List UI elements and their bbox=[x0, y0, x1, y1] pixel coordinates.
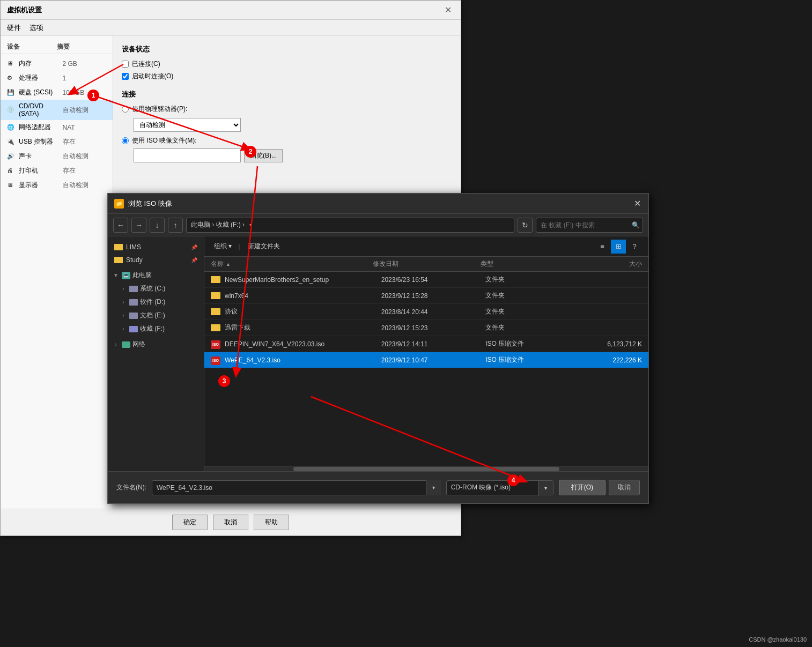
connect-on-start-checkbox[interactable] bbox=[122, 73, 129, 80]
open-button[interactable]: 打开(O) bbox=[559, 480, 606, 495]
help-button[interactable]: 帮助 bbox=[254, 515, 289, 530]
sidebar-item-study[interactable]: Study 📌 bbox=[108, 254, 204, 266]
nav-back-button[interactable]: ← bbox=[113, 218, 128, 233]
device-col-name: 设备 bbox=[7, 42, 57, 51]
hdd-icon: 💾 bbox=[7, 89, 17, 96]
col-header-date: 修改日期 bbox=[373, 259, 481, 269]
file-row-protocol[interactable]: 协议 2023/8/14 20:44 文件夹 bbox=[204, 304, 648, 320]
auto-detect-select[interactable]: 自动检测 bbox=[134, 118, 241, 132]
physical-drive-radio[interactable] bbox=[122, 106, 129, 113]
view-buttons: ≡ ⊞ ? bbox=[595, 240, 642, 254]
device-item-audio[interactable]: 🔊 声卡 自动检测 bbox=[1, 149, 113, 163]
connected-label: 已连接(C) bbox=[132, 60, 160, 69]
study-pin-icon: 📌 bbox=[191, 257, 197, 263]
wepe-iso-icon: ISO bbox=[211, 356, 220, 364]
device-name-cpu: 处理器 bbox=[19, 73, 63, 83]
sidebar-drive-f[interactable]: › 收藏 (F:) bbox=[115, 322, 204, 336]
nav-forward-button[interactable]: → bbox=[131, 218, 146, 233]
browse-button[interactable]: 浏览(B)... bbox=[244, 149, 283, 162]
protocol-type: 文件夹 bbox=[485, 307, 590, 316]
connected-checkbox-row: 已连接(C) bbox=[122, 60, 452, 69]
device-summary-display: 自动检测 bbox=[63, 181, 107, 190]
device-item-cdrom[interactable]: 💿 CD/DVD (SATA) 自动检测 bbox=[1, 100, 113, 120]
deepin-iso-icon: ISO bbox=[211, 340, 220, 348]
nav-down-button[interactable]: ↓ bbox=[150, 218, 165, 233]
organize-button[interactable]: 组织 ▾ bbox=[211, 240, 235, 253]
file-row-wepe[interactable]: ISO WePE_64_V2.3.iso 2023/9/12 10:47 ISO… bbox=[204, 352, 648, 368]
device-item-display[interactable]: 🖥 显示器 自动检测 bbox=[1, 178, 113, 192]
sidebar-lims-label: LIMS bbox=[126, 243, 141, 251]
filename-dropdown-button[interactable]: ▾ bbox=[426, 480, 441, 495]
sidebar-this-pc[interactable]: ▼ 💻 此电脑 bbox=[108, 269, 204, 282]
vm-close-button[interactable]: ✕ bbox=[441, 4, 454, 17]
cancel-vm-button[interactable]: 取消 bbox=[213, 515, 248, 530]
nsm-folder-icon bbox=[211, 276, 220, 284]
col-header-name[interactable]: 名称 ▲ bbox=[211, 259, 373, 269]
device-item-net[interactable]: 🌐 网络适配器 NAT bbox=[1, 120, 113, 135]
hscrollbar-thumb bbox=[293, 467, 560, 471]
device-item-printer[interactable]: 🖨 打印机 存在 bbox=[1, 163, 113, 178]
dialog-bottom-bar: 文件名(N): ▾ CD-ROM 映像 (*.iso) ▾ 打开(O) 取消 bbox=[108, 471, 648, 503]
filetype-value: CD-ROM 映像 (*.iso) bbox=[451, 483, 540, 492]
deepin-type: ISO 压缩文件 bbox=[485, 339, 590, 348]
sidebar-drive-d[interactable]: › 软件 (D:) bbox=[115, 295, 204, 309]
connect-on-start-label: 启动时连接(O) bbox=[132, 72, 173, 81]
connected-checkbox[interactable] bbox=[122, 61, 129, 68]
ok-button[interactable]: 确定 bbox=[172, 515, 208, 530]
cpu-icon: ⚙ bbox=[7, 75, 17, 82]
nsm-name: NewSuperMarioBrothers2_en_setup bbox=[225, 276, 381, 284]
deepin-date: 2023/9/12 14:11 bbox=[381, 340, 486, 348]
status-title: 设备状态 bbox=[122, 44, 452, 54]
device-item-memory[interactable]: 🖥 内存 2 GB bbox=[1, 56, 113, 71]
cancel-dialog-button[interactable]: 取消 bbox=[609, 480, 640, 495]
file-row-xunlei[interactable]: 迅雷下载 2023/9/12 15:23 文件夹 bbox=[204, 320, 648, 336]
vm-menu-bar: 硬件 选项 bbox=[1, 20, 461, 36]
iso-path-input[interactable] bbox=[134, 148, 241, 162]
nsm-date: 2023/6/23 16:54 bbox=[381, 276, 486, 284]
device-name-audio: 声卡 bbox=[19, 152, 63, 161]
cdrom-icon: 💿 bbox=[7, 106, 17, 114]
iso-radio[interactable] bbox=[122, 137, 129, 144]
sidebar-drive-c[interactable]: › 系统 (C:) bbox=[115, 282, 204, 295]
filetype-dropdown-button[interactable]: ▾ bbox=[538, 481, 553, 496]
file-row-deepin[interactable]: ISO DEEPIN_WIN7_X64_V2023.03.iso 2023/9/… bbox=[204, 336, 648, 352]
xunlei-date: 2023/9/12 15:23 bbox=[381, 324, 486, 332]
device-item-hdd[interactable]: 💾 硬盘 (SCSI) 100 GB bbox=[1, 85, 113, 100]
file-row-nsm[interactable]: NewSuperMarioBrothers2_en_setup 2023/6/2… bbox=[204, 272, 648, 288]
view-detail-button[interactable]: ⊞ bbox=[611, 240, 626, 254]
filename-input[interactable] bbox=[152, 480, 441, 495]
view-list-button[interactable]: ≡ bbox=[595, 240, 610, 254]
usb-icon: 🔌 bbox=[7, 138, 17, 146]
path-dropdown-button[interactable]: ▾ bbox=[247, 221, 255, 229]
device-item-cpu[interactable]: ⚙ 处理器 1 bbox=[1, 71, 113, 85]
search-input[interactable] bbox=[536, 218, 643, 233]
drive-c-expand-icon: › bbox=[120, 286, 127, 292]
connect-on-start-checkbox-row: 启动时连接(O) bbox=[122, 72, 452, 81]
pc-icon: 💻 bbox=[122, 272, 130, 279]
nav-up-button[interactable]: ↑ bbox=[168, 218, 183, 233]
horizontal-scrollbar[interactable] bbox=[204, 466, 648, 471]
memory-icon: 🖥 bbox=[7, 60, 17, 68]
dialog-close-button[interactable]: ✕ bbox=[630, 197, 644, 211]
sidebar-network[interactable]: › 网络 bbox=[108, 338, 204, 351]
device-name-hdd: 硬盘 (SCSI) bbox=[19, 88, 63, 97]
menu-hardware[interactable]: 硬件 bbox=[7, 23, 21, 33]
drive-d-label: 软件 (D:) bbox=[140, 298, 165, 307]
sort-icon: ▲ bbox=[226, 262, 231, 267]
physical-drive-radio-row: 使用物理驱动器(P): bbox=[122, 105, 452, 114]
network-expand-icon: › bbox=[112, 341, 120, 347]
display-icon: 🖥 bbox=[7, 182, 17, 189]
new-folder-button[interactable]: 新建文件夹 bbox=[243, 240, 284, 253]
help-view-button[interactable]: ? bbox=[627, 240, 642, 254]
menu-options[interactable]: 选项 bbox=[29, 23, 43, 33]
file-row-win7[interactable]: win7x64 2023/9/12 15:28 文件夹 bbox=[204, 288, 648, 304]
filetype-select-wrap: CD-ROM 映像 (*.iso) ▾ bbox=[446, 480, 553, 495]
sidebar-item-lims[interactable]: LIMS 📌 bbox=[108, 241, 204, 254]
dialog-title-bar: 📁 浏览 ISO 映像 ✕ bbox=[108, 194, 648, 214]
refresh-button[interactable]: ↻ bbox=[518, 218, 533, 233]
device-item-usb[interactable]: 🔌 USB 控制器 存在 bbox=[1, 135, 113, 149]
device-name-display: 显示器 bbox=[19, 181, 63, 190]
watermark: CSDN @zhaokai0130 bbox=[749, 636, 807, 643]
drive-e-icon bbox=[129, 313, 138, 319]
sidebar-drive-e[interactable]: › 文档 (E:) bbox=[115, 309, 204, 322]
